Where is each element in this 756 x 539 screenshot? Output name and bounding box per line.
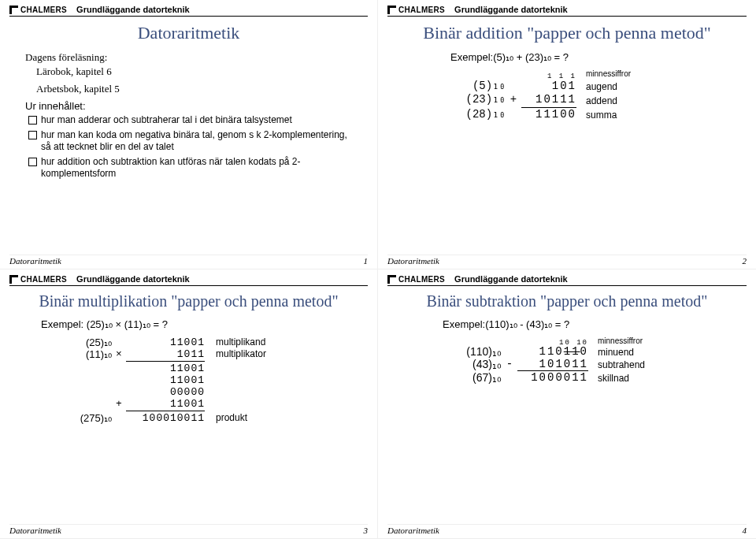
course-name: Grundläggande datorteknik bbox=[76, 274, 190, 284]
subtrahend-label: subtrahend bbox=[588, 359, 675, 370]
logo-icon bbox=[9, 275, 18, 284]
bullet-item: hur addition och subtraktion kan utföras… bbox=[28, 156, 352, 180]
multiplicand-dec: (25)₁₀ bbox=[57, 336, 112, 348]
footer-label: Datoraritmetik bbox=[9, 526, 61, 535]
slide-body: Exempel: (25)₁₀ × (11)₁₀ = ? (25)₁₀11001… bbox=[9, 318, 368, 424]
slide-title: Binär addition "papper och penna metod" bbox=[387, 23, 747, 43]
difference-bin: 1000011 bbox=[517, 370, 588, 384]
augend-bin: 101 bbox=[521, 80, 576, 94]
brand-text: CHALMERS bbox=[398, 6, 445, 14]
minus-sign: - bbox=[502, 358, 517, 370]
product-dec: (275)₁₀ bbox=[57, 412, 112, 424]
slide-3: CHALMERS Grundläggande datorteknik Binär… bbox=[0, 270, 378, 539]
minuend-label: minuend bbox=[588, 347, 675, 358]
logo-icon bbox=[387, 6, 396, 14]
page-number: 3 bbox=[364, 526, 369, 535]
logo-icon bbox=[387, 275, 396, 284]
borrow-label: minnessiffror bbox=[588, 336, 675, 345]
bullet-item: hur man adderar och subtraherar tal i de… bbox=[28, 114, 352, 127]
minuend-dec: (110)₁₀ bbox=[447, 345, 502, 358]
footer-label: Datoraritmetik bbox=[387, 526, 439, 535]
bullet-item: hur man kan koda om negativa binära tal,… bbox=[28, 129, 352, 154]
slide-header: CHALMERS Grundläggande datorteknik bbox=[387, 274, 747, 286]
slide-body: Exempel:(5)₁₀ + (23)₁₀ = ? 1 1 1 minness… bbox=[387, 51, 747, 121]
partial-3: 00000 bbox=[126, 386, 205, 398]
carry-row: 1 1 1 minnessiffror bbox=[458, 69, 731, 80]
times-sign: × bbox=[112, 348, 126, 360]
chalmers-logo: CHALMERS bbox=[387, 6, 445, 14]
subtrahend-bin: 101011 bbox=[517, 358, 588, 370]
brand-text: CHALMERS bbox=[20, 275, 67, 284]
difference-dec: (67)₁₀ bbox=[447, 371, 502, 384]
sum-dec: (28)₁₀ bbox=[458, 108, 506, 122]
slide-title: Binär multiplikation "papper och penna m… bbox=[9, 292, 368, 310]
slide-footer: Datoraritmetik 4 bbox=[387, 524, 747, 535]
multiplier-label: multiplikator bbox=[205, 348, 291, 360]
addend-row: (23)₁₀ + 10111 addend bbox=[458, 93, 731, 107]
subtraction-work: 10 10minnessiffror (110)₁₀ 110110 minuen… bbox=[447, 336, 731, 384]
slide-4: CHALMERS Grundläggande datorteknik Binär… bbox=[378, 270, 756, 539]
page-number: 2 bbox=[743, 256, 747, 266]
augend-row: (5)₁₀ 101 augend bbox=[458, 80, 731, 94]
contents-list: hur man adderar och subtraherar tal i de… bbox=[25, 114, 352, 180]
plus-sign: + bbox=[506, 93, 521, 107]
chalmers-logo: CHALMERS bbox=[9, 6, 67, 14]
rule-line bbox=[126, 361, 205, 362]
partial-2: 11001 bbox=[126, 374, 205, 386]
sum-label: summa bbox=[576, 110, 647, 121]
slide-footer: Datoraritmetik 1 bbox=[9, 255, 368, 266]
slide-title: Binär subtraktion "papper och penna meto… bbox=[387, 292, 747, 310]
contents-heading: Ur innehållet: bbox=[25, 100, 352, 112]
example-question: Exempel:(5)₁₀ + (23)₁₀ = ? bbox=[450, 51, 731, 63]
carry-label: minnessiffror bbox=[576, 69, 647, 80]
augend-dec: (5)₁₀ bbox=[458, 80, 506, 94]
slide-title: Datoraritmetik bbox=[9, 23, 368, 43]
plus-sign: + bbox=[112, 398, 126, 410]
chalmers-logo: CHALMERS bbox=[387, 275, 445, 284]
slide-header: CHALMERS Grundläggande datorteknik bbox=[387, 5, 747, 17]
minuend-bin: 110110 bbox=[517, 345, 588, 358]
multiplicand-label: multiplikand bbox=[205, 336, 291, 348]
multiplier-bin: 1011 bbox=[126, 348, 205, 360]
slide-body: Exempel:(110)₁₀ - (43)₁₀ = ? 10 10minnes… bbox=[387, 318, 747, 384]
course-name: Grundläggande datorteknik bbox=[454, 274, 568, 284]
partial-1: 11001 bbox=[126, 362, 205, 374]
addend-bin: 10111 bbox=[521, 93, 576, 107]
addend-label: addend bbox=[576, 95, 647, 107]
sum-bin: 11100 bbox=[521, 107, 576, 122]
rule-line bbox=[126, 411, 205, 411]
example-question: Exempel: (25)₁₀ × (11)₁₀ = ? bbox=[41, 318, 352, 330]
footer-label: Datoraritmetik bbox=[387, 256, 439, 266]
augend-label: augend bbox=[576, 81, 647, 93]
lecture-heading: Dagens föreläsning: bbox=[25, 51, 352, 64]
page-number: 1 bbox=[364, 256, 369, 266]
slide-footer: Datoraritmetik 2 bbox=[387, 255, 747, 266]
subtrahend-dec: (43)₁₀ bbox=[447, 358, 502, 370]
addend-dec: (23)₁₀ bbox=[458, 93, 506, 107]
sum-row: (28)₁₀ 11100 summa bbox=[458, 107, 731, 122]
slide-2: CHALMERS Grundläggande datorteknik Binär… bbox=[378, 0, 756, 270]
slide-1: CHALMERS Grundläggande datorteknik Dator… bbox=[0, 0, 378, 270]
slide-header: CHALMERS Grundläggande datorteknik bbox=[9, 274, 368, 286]
course-name: Grundläggande datorteknik bbox=[454, 5, 568, 14]
brand-text: CHALMERS bbox=[398, 275, 445, 284]
multiplicand-bin: 11001 bbox=[126, 336, 205, 348]
product-bin: 100010011 bbox=[126, 412, 205, 424]
multiplication-work: (25)₁₀11001multiplikand (11)₁₀×1011multi… bbox=[57, 336, 352, 424]
partial-4: 11001 bbox=[126, 398, 205, 410]
product-label: produkt bbox=[205, 412, 291, 424]
difference-label: skillnad bbox=[588, 373, 675, 384]
slide-body: Dagens föreläsning: Lärobok, kapitel 6 A… bbox=[9, 51, 368, 180]
page-number: 4 bbox=[743, 526, 747, 535]
slide-header: CHALMERS Grundläggande datorteknik bbox=[9, 5, 368, 17]
logo-icon bbox=[9, 6, 18, 14]
chalmers-logo: CHALMERS bbox=[9, 275, 67, 284]
course-name: Grundläggande datorteknik bbox=[76, 5, 190, 14]
lecture-line-a: Lärobok, kapitel 6 bbox=[25, 65, 352, 78]
slide-footer: Datoraritmetik 3 bbox=[9, 524, 368, 535]
lecture-line-b: Arbetsbok, kapitel 5 bbox=[25, 83, 352, 95]
brand-text: CHALMERS bbox=[20, 6, 67, 14]
footer-label: Datoraritmetik bbox=[9, 256, 61, 266]
example-question: Exempel:(110)₁₀ - (43)₁₀ = ? bbox=[443, 318, 731, 330]
multiplier-dec: (11)₁₀ bbox=[57, 348, 112, 360]
